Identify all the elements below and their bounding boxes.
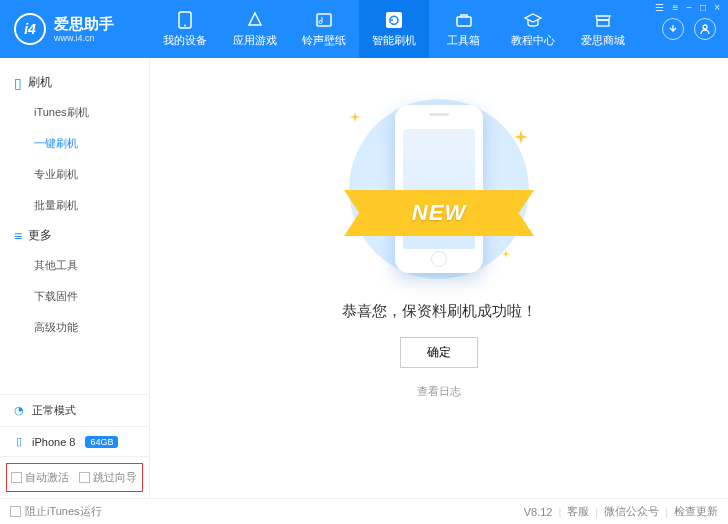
nav-tutorial[interactable]: 教程中心 [499, 0, 569, 58]
success-illustration: NEW [324, 94, 554, 284]
refresh-icon [384, 11, 404, 29]
download-button[interactable] [662, 18, 684, 40]
mode-label: 正常模式 [32, 403, 76, 418]
sidebar-device[interactable]: ▯ iPhone 8 64GB [0, 427, 149, 457]
sidebar-group-flash: ▯ 刷机 [0, 68, 149, 97]
music-icon [314, 11, 334, 29]
win-close[interactable]: × [714, 2, 720, 13]
window-controls: ☰ ≡ − □ × [655, 2, 720, 13]
graduation-icon [523, 11, 543, 29]
svg-rect-3 [386, 12, 402, 28]
group-title: 更多 [28, 227, 52, 244]
block-itunes-check[interactable]: 阻止iTunes运行 [10, 504, 102, 519]
sidebar-group-more: ≡ 更多 [0, 221, 149, 250]
service-link[interactable]: 客服 [567, 504, 589, 519]
device-icon: ▯ [12, 435, 26, 448]
svg-point-1 [184, 24, 186, 26]
sidebar-item-advanced[interactable]: 高级功能 [0, 312, 149, 343]
nav-label: 教程中心 [511, 33, 555, 48]
checkbox-icon [10, 506, 21, 517]
sidebar-item-pro[interactable]: 专业刷机 [0, 159, 149, 190]
sidebar-item-batch[interactable]: 批量刷机 [0, 190, 149, 221]
nav-label: 爱思商城 [581, 33, 625, 48]
nav-flash[interactable]: 智能刷机 [359, 0, 429, 58]
logo-icon: i4 [14, 13, 46, 45]
app-title: 爱思助手 [54, 15, 114, 33]
top-nav: 我的设备 应用游戏 铃声壁纸 智能刷机 工具箱 教程中心 爱思商城 [150, 0, 638, 58]
user-button[interactable] [694, 18, 716, 40]
svg-rect-5 [597, 20, 609, 26]
main-content: NEW 恭喜您，保资料刷机成功啦！ 确定 查看日志 [150, 58, 728, 498]
app-header: ☰ ≡ − □ × i4 爱思助手 www.i4.cn 我的设备 应用游戏 铃声… [0, 0, 728, 58]
win-skin[interactable]: ≡ [672, 2, 678, 13]
win-max[interactable]: □ [700, 2, 706, 13]
sidebar-item-download[interactable]: 下载固件 [0, 281, 149, 312]
mode-icon: ◔ [12, 404, 26, 417]
status-bar: 阻止iTunes运行 V8.12 | 客服 | 微信公众号 | 检查更新 [0, 498, 728, 524]
nav-label: 工具箱 [447, 33, 480, 48]
sidebar-item-oneclick[interactable]: 一键刷机 [0, 128, 149, 159]
checkbox-icon [79, 472, 90, 483]
view-log-link[interactable]: 查看日志 [417, 384, 461, 399]
new-ribbon: NEW [344, 190, 534, 236]
check-label: 阻止iTunes运行 [25, 504, 102, 519]
phone-icon [175, 11, 195, 29]
auto-activate-check[interactable]: 自动激活 [11, 470, 69, 485]
nav-tools[interactable]: 工具箱 [429, 0, 499, 58]
nav-device[interactable]: 我的设备 [150, 0, 220, 58]
shop-icon [593, 11, 613, 29]
nav-ring[interactable]: 铃声壁纸 [289, 0, 359, 58]
apps-icon [245, 11, 265, 29]
svg-rect-2 [317, 14, 331, 26]
nav-shop[interactable]: 爱思商城 [568, 0, 638, 58]
sidebar: ▯ 刷机 iTunes刷机 一键刷机 专业刷机 批量刷机 ≡ 更多 其他工具 下… [0, 58, 150, 498]
win-min[interactable]: − [686, 2, 692, 13]
toolbox-icon [454, 11, 474, 29]
nav-label: 智能刷机 [372, 33, 416, 48]
svg-point-6 [703, 25, 707, 29]
win-menu[interactable]: ☰ [655, 2, 664, 13]
update-link[interactable]: 检查更新 [674, 504, 718, 519]
sidebar-item-other[interactable]: 其他工具 [0, 250, 149, 281]
nav-label: 铃声壁纸 [302, 33, 346, 48]
logo[interactable]: i4 爱思助手 www.i4.cn [0, 0, 150, 58]
checkbox-icon [11, 472, 22, 483]
app-url: www.i4.cn [54, 33, 114, 44]
storage-badge: 64GB [85, 436, 118, 448]
check-label: 跳过向导 [93, 470, 137, 485]
check-label: 自动激活 [25, 470, 69, 485]
nav-label: 应用游戏 [233, 33, 277, 48]
nav-label: 我的设备 [163, 33, 207, 48]
sidebar-item-itunes[interactable]: iTunes刷机 [0, 97, 149, 128]
sidebar-mode[interactable]: ◔ 正常模式 [0, 395, 149, 427]
wechat-link[interactable]: 微信公众号 [604, 504, 659, 519]
success-message: 恭喜您，保资料刷机成功啦！ [342, 302, 537, 321]
skip-guide-check[interactable]: 跳过向导 [79, 470, 137, 485]
confirm-button[interactable]: 确定 [400, 337, 478, 368]
more-icon: ≡ [14, 228, 22, 244]
device-name: iPhone 8 [32, 436, 75, 448]
highlighted-options: 自动激活 跳过向导 [6, 463, 143, 492]
svg-rect-4 [457, 17, 471, 26]
version-label: V8.12 [524, 506, 553, 518]
list-icon: ▯ [14, 75, 22, 91]
phone-icon [395, 105, 483, 273]
group-title: 刷机 [28, 74, 52, 91]
nav-apps[interactable]: 应用游戏 [220, 0, 290, 58]
